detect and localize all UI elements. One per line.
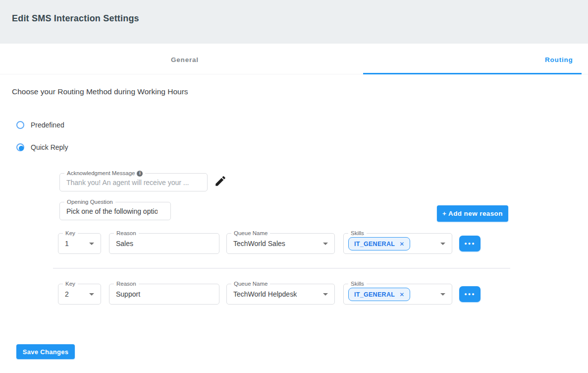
add-new-reason-button[interactable]: + Add new reason [437,205,508,222]
reason-row-2: Key 2 Reason Support Queue Name TechWorl… [0,284,588,305]
skills-select[interactable]: Skills IT_GENERAL ✕ [343,233,452,254]
skill-chip-label: IT_GENERAL [354,241,395,248]
queue-name-value[interactable]: TechWorld Helpdesk [233,284,321,304]
edit-pencil-icon[interactable] [214,175,227,187]
key-value[interactable]: 2 [65,284,88,304]
reason-value[interactable]: Sales [116,234,206,253]
key-select[interactable]: Key 1 [58,233,101,254]
chevron-down-icon[interactable] [440,243,445,245]
radio-option-quick-reply[interactable]: Quick Reply [16,142,68,152]
skill-chip[interactable]: IT_GENERAL ✕ [348,288,410,301]
radio-label-quick-reply: Quick Reply [31,143,68,151]
radio-selected-icon[interactable] [16,143,24,151]
chip-remove-icon[interactable]: ✕ [399,292,404,298]
more-options-button[interactable]: ●●● [459,236,481,251]
chevron-down-icon[interactable] [89,243,94,245]
skill-chip-label: IT_GENERAL [354,291,395,298]
skills-label: Skills [348,281,367,287]
radio-label-predefined: Predefined [31,121,64,129]
reason-value[interactable]: Support [116,284,206,304]
radio-option-predefined[interactable]: Predefined [16,120,64,130]
queue-name-value[interactable]: TechWorld Sales [233,234,321,253]
chip-remove-icon[interactable]: ✕ [399,241,404,247]
page-header: Edit SMS Interaction Settings [0,0,588,44]
queue-name-select[interactable]: Queue Name TechWorld Helpdesk [226,284,335,305]
page-title: Edit SMS Interaction Settings [12,13,139,24]
reason-input[interactable]: Reason Support [109,284,219,305]
skill-chip[interactable]: IT_GENERAL ✕ [348,237,410,250]
reason-row-1: Key 1 Reason Sales Queue Name TechWorld … [0,233,588,254]
acknowledgment-message-value[interactable]: Thank you! An agent will receive your ..… [66,174,194,191]
reason-input[interactable]: Reason Sales [109,233,219,254]
key-value[interactable]: 1 [65,234,88,253]
queue-name-select[interactable]: Queue Name TechWorld Sales [226,233,335,254]
routing-method-heading: Choose your Routing Method during Workin… [12,87,188,96]
chevron-down-icon[interactable] [440,293,445,296]
tab-routing[interactable]: Routing [545,56,573,63]
acknowledgment-message-field[interactable]: Acknowledgment Message i Thank you! An a… [59,173,208,191]
tab-general[interactable]: General [171,56,199,63]
tab-bar: General Routing [0,44,588,74]
more-options-button[interactable]: ●●● [459,286,481,302]
row-divider [53,268,510,269]
opening-question-value[interactable]: Pick one of the following option [66,202,158,220]
chevron-down-icon[interactable] [323,293,328,296]
chevron-down-icon[interactable] [89,293,94,296]
opening-question-field[interactable]: Opening Question Pick one of the followi… [59,202,171,220]
chevron-down-icon[interactable] [323,243,328,245]
active-tab-indicator [363,73,582,74]
radio-unselected-icon[interactable] [16,121,24,129]
skills-select[interactable]: Skills IT_GENERAL ✕ [343,284,452,305]
skills-label: Skills [348,230,367,237]
edit-sms-interaction-settings-page: Edit SMS Interaction Settings General Ro… [0,0,588,373]
key-select[interactable]: Key 2 [58,284,101,305]
save-changes-button[interactable]: Save Changes [16,344,75,359]
